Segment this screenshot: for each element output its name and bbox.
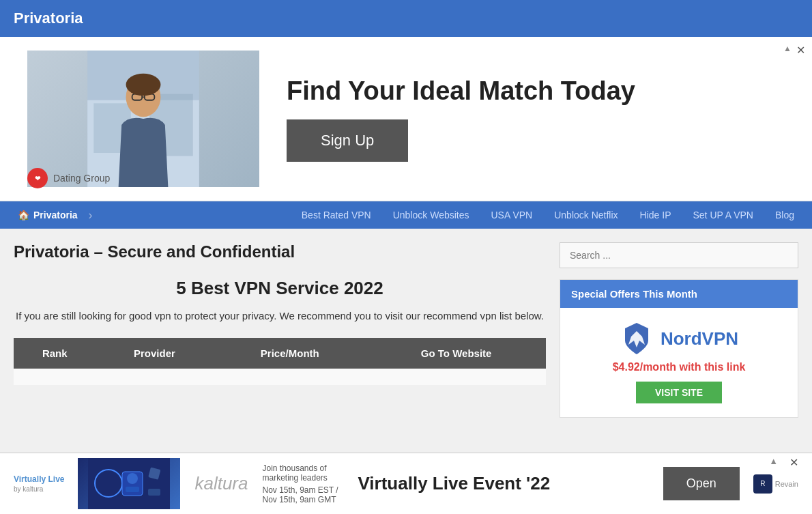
nordvpn-icon <box>620 322 654 356</box>
content-area: Privatoria – Secure and Confidential 5 B… <box>14 242 546 418</box>
article-description: If you are still looking for good vpn to… <box>14 309 546 324</box>
table-row <box>14 369 546 385</box>
nordvpn-visit-button[interactable]: VISIT SITE <box>636 382 722 403</box>
nav-link-unblock-websites[interactable]: Unblock Websites <box>382 201 480 229</box>
sidebar: Special Offers This Month NordVPN $4.92/… <box>560 242 798 418</box>
nav-link-hide-ip[interactable]: Hide IP <box>629 201 682 229</box>
nordvpn-price: $4.92/month with this link <box>613 361 746 373</box>
svg-point-8 <box>126 74 161 96</box>
table-header-price: Price/Month <box>213 338 366 369</box>
ad-close-button[interactable]: ✕ <box>796 44 805 57</box>
navbar-home-link[interactable]: 🏠 Privatoria <box>7 201 89 229</box>
nav-link-unblock-netflix[interactable]: Unblock Netflix <box>543 201 628 229</box>
site-title: Privatoria <box>14 10 83 27</box>
nordvpn-logo: NordVPN <box>620 322 738 356</box>
special-offers-header: Special Offers This Month <box>560 280 798 308</box>
dating-logo: ❤ <box>27 168 48 188</box>
ad-footer-brand: Dating Group <box>53 173 110 184</box>
navbar-home-label: Privatoria <box>33 210 78 220</box>
site-header: Privatoria <box>0 0 812 37</box>
nav-separator: › <box>89 208 93 223</box>
ad-image <box>27 51 259 187</box>
nav-link-best-rated-vpn[interactable]: Best Rated VPN <box>291 201 382 229</box>
article-title: 5 Best VPN Service 2022 <box>14 278 546 299</box>
nordvpn-name: NordVPN <box>661 328 738 349</box>
nav-links: Best Rated VPN Unblock Websites USA VPN … <box>291 201 805 229</box>
home-icon: 🏠 <box>18 210 29 220</box>
nav-link-blog[interactable]: Blog <box>764 201 805 229</box>
ad-indicator: ▲ <box>783 44 792 53</box>
ad-signup-button[interactable]: Sign Up <box>287 119 408 162</box>
nordvpn-section: NordVPN $4.92/month with this link VISIT… <box>560 308 798 417</box>
vpn-table: Rank Provider Price/Month Go To Website <box>14 338 546 385</box>
table-header-provider: Provider <box>96 338 213 369</box>
nav-link-set-up-vpn[interactable]: Set UP A VPN <box>682 201 764 229</box>
ad-headline: Find Your Ideal Match Today <box>287 76 635 106</box>
main-content: Privatoria – Secure and Confidential 5 B… <box>0 229 812 431</box>
ad-content: Find Your Ideal Match Today Sign Up <box>287 76 785 162</box>
search-input[interactable] <box>560 242 798 268</box>
special-offers-card: Special Offers This Month NordVPN $4.92/… <box>560 279 798 418</box>
page-title: Privatoria – Secure and Confidential <box>14 242 546 261</box>
table-header-rank: Rank <box>14 338 96 369</box>
nav-link-usa-vpn[interactable]: USA VPN <box>480 201 544 229</box>
table-header-website: Go To Website <box>366 338 546 369</box>
ad-banner: ▲ ✕ Find Your Ideal Match Today Sign Up … <box>0 37 812 201</box>
ad-footer: ❤ Dating Group <box>27 168 110 188</box>
navbar: 🏠 Privatoria › Best Rated VPN Unblock We… <box>0 201 812 229</box>
